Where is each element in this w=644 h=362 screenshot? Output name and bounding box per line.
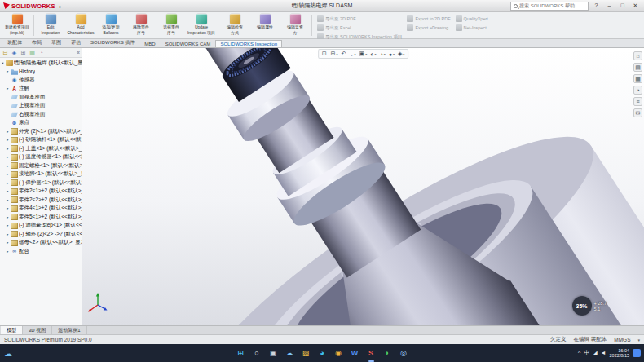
graphics-viewport[interactable]: ⊡ ⊞ ▾ ↶ ◒ ▾ ▣ ▾ ◐ xyxy=(82,48,644,325)
search-button[interactable]: ○ xyxy=(251,347,263,360)
tree-item[interactable]: ▸ (-) 上盖<1> (默认<<默认>_显示状 xyxy=(0,144,82,153)
file-explorer-taskbar-icon[interactable]: ▨ xyxy=(300,347,312,360)
qq-icon[interactable]: ◎ xyxy=(398,347,410,360)
add-characteristics-button[interactable]: Add Characteristics xyxy=(66,13,95,38)
expand-arrow-icon[interactable]: ▸ xyxy=(6,181,10,185)
tree-item[interactable]: ▸ (-) 轴环 (2)<2> ->? (默认<<默认>_显 xyxy=(0,230,82,239)
edge-icon[interactable]: ◕ xyxy=(316,347,329,360)
tree-item[interactable]: ▸ A 注解 xyxy=(0,85,82,94)
dimxpertmanager-tab-icon[interactable]: ▥ xyxy=(29,49,36,57)
panel-collapse-icon[interactable]: « xyxy=(77,49,80,57)
expand-arrow-icon[interactable]: ▸ xyxy=(6,241,10,245)
tree-item[interactable]: ▸ (-) 温度传感器<1> (默认<<默认> xyxy=(0,153,82,162)
export-menu-item[interactable]: Net-Inspect xyxy=(456,24,488,31)
zoom-area-icon[interactable]: ⊞ ▾ xyxy=(330,50,339,58)
notification-icon[interactable] xyxy=(633,349,641,357)
expand-arrow-icon[interactable]: ▸ xyxy=(6,198,10,202)
tree-item[interactable]: ▸ 零件5<1>+2 (默认<<默认>_显示 xyxy=(0,213,82,222)
tree-item[interactable]: ▸ 接地脚<1> (默认<<默认>_显示状 xyxy=(0,170,82,179)
expand-arrow-icon[interactable]: ▸ xyxy=(6,138,10,142)
featuremanager-tab-icon[interactable]: ⊟ xyxy=(2,49,9,57)
remove-balloons-button[interactable]: 移除零件 序号 xyxy=(126,13,156,38)
minimize-button[interactable]: – xyxy=(604,1,615,11)
commandmanager-tab[interactable]: SOLIDWORKS Inspection xyxy=(215,40,282,47)
expand-arrow-icon[interactable]: ▸ xyxy=(6,189,10,193)
expand-arrow-icon[interactable]: ▸ xyxy=(6,215,10,219)
menu-expand-icon[interactable]: ▸ xyxy=(60,3,62,9)
taskbar-clock[interactable]: 16:04 2022/8/15 xyxy=(610,348,629,359)
status-caret-icon[interactable]: ▾ xyxy=(637,338,640,342)
tree-item[interactable]: ▸ (-) 保护器<1> (默认<<默认>_显 xyxy=(0,179,82,188)
previous-view-icon[interactable]: ↶ xyxy=(340,50,347,58)
commandmanager-tab[interactable]: 评估 xyxy=(66,38,86,47)
tree-item[interactable]: ⊕ 原点 xyxy=(0,119,82,128)
solidworks-taskbar-icon[interactable]: S xyxy=(365,347,377,360)
view-tab[interactable]: 模型 xyxy=(1,326,23,334)
search-input[interactable] xyxy=(519,3,584,8)
tree-item[interactable]: ▸ (-) 砂隔轴杆<1> (默认<<默认>_显 xyxy=(0,136,82,145)
expand-arrow-icon[interactable]: ▸ xyxy=(6,155,10,159)
solidworks-logo[interactable]: SOLIDWORKS ▸ xyxy=(3,2,62,10)
view-tab[interactable]: 运动算例1 xyxy=(52,326,86,334)
expand-arrow-icon[interactable]: ▸ xyxy=(6,86,10,90)
commandmanager-tab[interactable]: 布局 xyxy=(27,38,46,47)
tree-item[interactable]: ▸ 固定螺栓<1> (默认<<默认>_显示 xyxy=(0,161,82,170)
expand-arrow-icon[interactable]: ▾ xyxy=(1,61,5,65)
commandmanager-tab[interactable]: 草图 xyxy=(46,38,66,47)
expand-arrow-icon[interactable]: ▸ xyxy=(6,232,10,236)
appearances-icon[interactable]: ◔ xyxy=(633,86,642,95)
task-view-button[interactable]: ▣ xyxy=(267,347,280,360)
volume-icon[interactable]: ◄ xyxy=(601,349,607,357)
resources-icon[interactable]: ⌂ xyxy=(633,51,642,60)
export-menu-item[interactable]: 导出至 2D PDF xyxy=(317,15,402,22)
configurationmanager-tab-icon[interactable]: ⊞ xyxy=(20,49,27,57)
tree-item[interactable]: ▸ 螺母<2> (默认<<默认>_显示状 xyxy=(0,239,82,248)
appearance-icon[interactable]: ● ▾ xyxy=(388,50,395,58)
expand-arrow-icon[interactable]: ▸ xyxy=(6,223,10,227)
expand-arrow-icon[interactable]: ▸ xyxy=(6,69,10,73)
tree-item[interactable]: ◉ 传感器 xyxy=(0,76,82,85)
forum-icon[interactable]: ✉ xyxy=(633,108,642,117)
tree-item[interactable]: ▸ 零件2<1>+2 (默认<<默认>_显示状 xyxy=(0,188,82,196)
tree-item[interactable]: 右视基准面 xyxy=(0,110,82,119)
new-inspection-project-button[interactable]: 新建检查项目 (imp.hli) xyxy=(2,13,32,38)
design-library-icon[interactable]: ▤ xyxy=(633,63,642,72)
edit-audit-button[interactable]: 编辑监查 方 xyxy=(280,13,310,38)
select-balloons-button[interactable]: 选择零件 序号 xyxy=(157,13,186,38)
section-view-icon[interactable]: ◒ ▾ xyxy=(349,50,356,58)
hide-show-icon[interactable]: ◔ ▾ xyxy=(378,50,386,58)
chrome-icon[interactable]: ◉ xyxy=(333,347,345,360)
ime-indicator[interactable]: 中 xyxy=(584,349,589,357)
expand-arrow-icon[interactable]: ▸ xyxy=(6,164,10,168)
word-icon[interactable]: W xyxy=(349,347,361,360)
expand-arrow-icon[interactable]: ▸ xyxy=(6,206,10,210)
tree-item[interactable]: 前视基准面 xyxy=(0,93,82,102)
expand-arrow-icon[interactable]: ▸ xyxy=(6,147,10,151)
file-explorer-icon[interactable]: ▦ xyxy=(633,74,642,83)
close-button[interactable]: ✕ xyxy=(630,1,641,11)
display-style-icon[interactable]: ◐ ▾ xyxy=(369,50,377,58)
tree-item[interactable]: ▸ History xyxy=(0,68,82,77)
expand-arrow-icon[interactable]: ▸ xyxy=(6,130,10,134)
add-update-balloons-button[interactable]: 添加/更新 Balloons xyxy=(96,13,126,38)
custom-properties-icon[interactable]: ≡ xyxy=(633,97,642,106)
export-menu-item[interactable]: Export to 2D PDF xyxy=(407,15,450,22)
edit-inspection-method-button[interactable]: 编辑检查 方式 xyxy=(220,13,249,38)
tree-item[interactable]: ▸ (-) 迪德豪.step<1> (默认<<默认> xyxy=(0,222,82,231)
help-search-box[interactable] xyxy=(510,2,589,11)
tree-item[interactable]: 上视基准面 xyxy=(0,102,82,111)
tree-item[interactable]: ▸ 零件4<1>+2 (默认<<默认>_显示 xyxy=(0,205,82,214)
3d-model-shaft-assembly[interactable] xyxy=(82,48,644,325)
commandmanager-tab[interactable]: SOLIDWORKS 插件 xyxy=(86,38,139,47)
wechat-icon[interactable]: ◗ xyxy=(382,347,394,360)
displaymanager-tab-icon[interactable]: ◔ xyxy=(37,49,45,57)
widgets-button[interactable]: ☁ xyxy=(284,347,296,360)
help-button[interactable]: ? xyxy=(591,1,602,11)
scene-icon[interactable]: ◈ ▾ xyxy=(397,50,405,58)
start-button[interactable]: ⊞ xyxy=(235,347,247,360)
tree-item[interactable]: ▸ ∞ 配合 xyxy=(0,247,82,256)
tray-chevron-icon[interactable]: ^ xyxy=(578,349,580,357)
edit-inspection-button[interactable]: Edit Inspection xyxy=(36,13,65,38)
export-menu-item[interactable]: QualityXpert xyxy=(456,15,488,22)
maximize-button[interactable]: □ xyxy=(617,1,628,11)
